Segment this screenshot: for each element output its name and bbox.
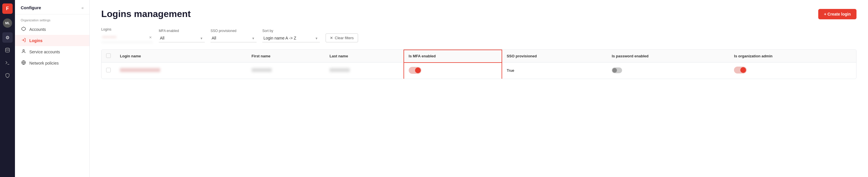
sso-value: True	[507, 68, 514, 73]
table-header-first-name: First name	[247, 50, 325, 62]
sidebar-header: Configure «	[15, 0, 89, 15]
user-avatar[interactable]: ML	[3, 19, 12, 28]
row-checkbox-cell	[101, 62, 115, 79]
svg-marker-2	[22, 27, 25, 30]
create-login-button[interactable]: + Create login	[818, 9, 857, 19]
page-title: Logins management	[101, 9, 191, 19]
sort-filter-group: Sort by Login name A -> Z Login name Z -…	[262, 29, 320, 42]
sidebar-item-network-policies[interactable]: Network policies	[15, 57, 89, 69]
row-first-name	[247, 62, 325, 79]
sort-select[interactable]: Login name A -> Z Login name Z -> A	[262, 34, 320, 42]
table-header-mfa-enabled: Is MFA enabled	[404, 50, 502, 62]
table-header-sso-provisioned: SSO provisioned	[502, 50, 607, 62]
row-login-name	[115, 62, 247, 79]
select-all-checkbox[interactable]	[106, 53, 111, 58]
clear-filters-button[interactable]: ✕ Clear filters	[326, 33, 358, 42]
nav-section-label: Organization settings	[15, 15, 89, 24]
logins-input-wrap: ✕	[101, 32, 153, 42]
accounts-icon	[21, 27, 27, 32]
sidebar-item-label: Logins	[29, 39, 42, 43]
table-header-login-name: Login name	[115, 50, 247, 62]
logins-clear-icon[interactable]: ✕	[149, 35, 152, 40]
row-org-admin	[730, 62, 856, 79]
sso-filter-select[interactable]: All True False	[211, 34, 256, 42]
org-admin-toggle[interactable]	[734, 67, 747, 74]
row-mfa-enabled	[404, 62, 502, 79]
nav-sidebar: Configure « Organization settings Accoun…	[15, 0, 90, 177]
sso-select-wrap: All True False ▼	[211, 34, 256, 42]
table-header-checkbox	[101, 50, 115, 62]
sidebar-item-label: Service accounts	[29, 50, 60, 54]
network-policies-icon	[21, 60, 27, 66]
app-logo: F	[2, 3, 13, 14]
mfa-select-wrap: All True False ▼	[159, 34, 205, 42]
sidebar-item-label: Accounts	[29, 27, 46, 32]
gear-icon[interactable]: ⚙	[2, 32, 13, 43]
mfa-toggle[interactable]	[409, 67, 421, 74]
service-accounts-icon	[21, 49, 27, 54]
sidebar-item-accounts[interactable]: Accounts	[15, 24, 89, 35]
mfa-filter-group: MFA enabled All True False ▼	[159, 29, 205, 42]
database-icon[interactable]	[2, 45, 13, 55]
sidebar-item-label: Network policies	[29, 61, 59, 66]
shield-icon[interactable]	[2, 70, 13, 81]
filters-row: Logins ✕ MFA enabled All True False ▼	[101, 27, 857, 42]
mfa-filter-label: MFA enabled	[159, 29, 205, 33]
table-header-org-admin: Is organization admin	[730, 50, 856, 62]
icon-sidebar: F ML ⚙	[0, 0, 15, 177]
table-row: True	[101, 62, 856, 79]
logins-filter-label: Logins	[101, 27, 153, 31]
sso-filter-group: SSO provisioned All True False ▼	[211, 29, 256, 42]
mfa-filter-select[interactable]: All True False	[159, 34, 205, 42]
row-checkbox[interactable]	[106, 68, 111, 72]
logins-table: Login name First name Last name Is MFA e…	[101, 49, 857, 79]
table-header-row: Login name First name Last name Is MFA e…	[101, 50, 856, 62]
row-password-enabled	[607, 62, 730, 79]
page-header: Logins management + Create login	[101, 9, 857, 19]
main-content: Logins management + Create login Logins …	[90, 0, 868, 177]
clear-filters-x-icon: ✕	[330, 36, 333, 40]
password-toggle[interactable]	[612, 67, 624, 74]
first-name-value	[252, 68, 272, 72]
sort-select-wrap: Login name A -> Z Login name Z -> A ▼	[262, 34, 320, 42]
logins-icon	[21, 38, 27, 43]
svg-point-4	[23, 50, 24, 51]
logins-search-input[interactable]	[101, 32, 153, 42]
logins-filter-group: Logins ✕	[101, 27, 153, 42]
terminal-icon[interactable]	[2, 58, 13, 68]
sidebar-item-logins[interactable]: Logins	[15, 35, 89, 46]
sort-filter-label: Sort by	[262, 29, 320, 33]
clear-filters-label: Clear filters	[335, 36, 354, 40]
collapse-button[interactable]: «	[82, 5, 84, 10]
sidebar-item-service-accounts[interactable]: Service accounts	[15, 46, 89, 57]
last-name-value	[330, 68, 350, 72]
row-last-name	[325, 62, 404, 79]
row-sso-provisioned: True	[502, 62, 607, 79]
svg-point-0	[5, 48, 9, 50]
login-name-value	[120, 68, 160, 72]
table-header-last-name: Last name	[325, 50, 404, 62]
table-header-password-enabled: Is password enabled	[607, 50, 730, 62]
sidebar-title: Configure	[21, 5, 41, 10]
sso-filter-label: SSO provisioned	[211, 29, 256, 33]
